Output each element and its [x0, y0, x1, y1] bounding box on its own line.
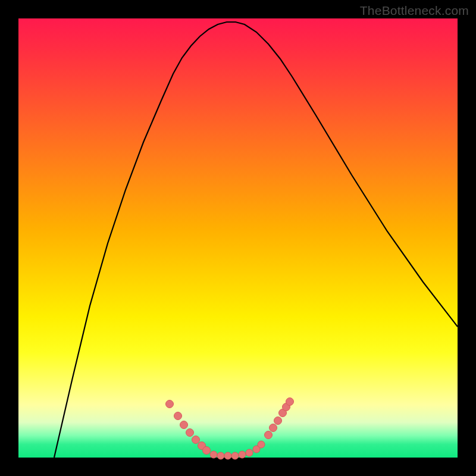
data-point	[224, 452, 231, 459]
data-point	[286, 398, 294, 406]
right-branch-dots	[265, 398, 294, 439]
bottleneck-curve-svg	[18, 18, 458, 458]
data-point	[186, 429, 194, 437]
chart-plot-area	[18, 18, 458, 458]
data-point	[180, 421, 188, 429]
left-branch-dots	[166, 400, 211, 455]
bottleneck-curve-path	[54, 22, 458, 458]
watermark-text: TheBottleneck.com	[360, 4, 469, 18]
data-point	[239, 451, 246, 458]
data-point	[274, 417, 282, 425]
data-point	[246, 449, 253, 456]
data-point	[258, 441, 265, 448]
data-point	[174, 412, 182, 420]
data-point	[265, 431, 273, 439]
data-point	[270, 424, 277, 432]
data-point	[192, 436, 200, 444]
valley-bottom-dots	[210, 441, 265, 459]
data-point	[231, 452, 239, 459]
data-point	[166, 400, 174, 408]
data-point	[203, 447, 211, 455]
data-point	[210, 451, 217, 458]
data-point	[217, 452, 224, 459]
